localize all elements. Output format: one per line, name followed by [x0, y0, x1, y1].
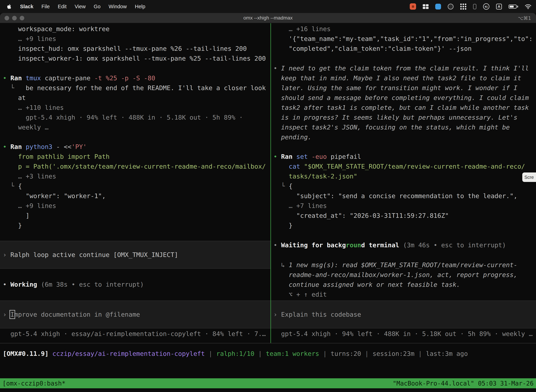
menu-bar-status-icons: 61 A	[410, 3, 536, 10]
hud-separator: |	[365, 350, 373, 357]
model-status-line: gpt-5.4 xhigh · 94% left · 488K in · 5.1…	[271, 329, 536, 339]
thinking-text: should send a message before completing …	[271, 93, 536, 103]
window-title-bar[interactable]: omx --xhigh --madmax ⌥⌘1	[0, 13, 536, 23]
command-line: • Ran set -euo pipefail	[271, 152, 536, 162]
ran-set-block: • Ran set -euo pipefail cat "$OMX_TEAM_S…	[271, 152, 536, 230]
desktop-screen: Slack File Edit View Go Window Help 61 A	[0, 0, 536, 392]
battery-icon[interactable]	[509, 5, 518, 9]
code-line: from pathlib import Path	[0, 152, 270, 162]
bullet-icon: •	[3, 281, 10, 288]
status-line: • Waiting for background terminal (3m 46…	[271, 240, 536, 250]
output-line: └ {	[0, 181, 270, 191]
more-lines-indicator: … +7 lines	[271, 201, 536, 211]
model-status-line: gpt-5.4 xhigh · essay/ai-reimplementatio…	[0, 329, 270, 339]
tmux-status-bar: [omx-cczip0:bash*"MacBook-Pro-44.local" …	[0, 378, 536, 388]
apple-menu-icon[interactable]	[6, 4, 12, 9]
banner-text: Ralph loop active continue [OMX_TMUX_INJ…	[10, 251, 178, 258]
menu-bar: Slack File Edit View Go Window Help 61 A	[0, 0, 536, 13]
input-source-icon[interactable]: A	[496, 4, 502, 9]
note-text: readme-and-reco/mailbox/worker-1.json, a…	[271, 270, 536, 280]
output-line: "worker": "worker-1",	[0, 191, 270, 201]
output-text: {	[18, 182, 22, 190]
status-line: • Working (6m 38s • esc to interrupt)	[0, 280, 270, 289]
close-button[interactable]	[5, 16, 9, 20]
thinking-text: pending.	[271, 132, 536, 142]
thinking-block: • I need to get the claim token from the…	[271, 63, 536, 142]
thinking-text: I need to get the claim token from the c…	[281, 65, 529, 72]
active-app-menu[interactable]: Slack	[20, 4, 34, 9]
ran-label: Ran	[281, 153, 296, 160]
command-line: cat "$OMX_TEAM_STATE_ROOT/team/review-cu…	[271, 162, 536, 171]
ran-label: Ran	[10, 75, 26, 82]
working-detail: (6m 38s • esc to interrupt)	[37, 281, 144, 288]
window-grid-icon[interactable]	[423, 4, 429, 9]
output-line: └ be necessary for the end of the README…	[0, 83, 270, 93]
menu-view[interactable]: View	[75, 4, 86, 9]
hud-separator: |	[209, 350, 216, 357]
ran-python-block: • Ran python3 - <<'PY' from pathlib impo…	[0, 142, 270, 230]
waiting-label: Waiting for backg	[281, 242, 346, 249]
menu-bar-left: Slack File Edit View Go Window Help	[0, 4, 145, 9]
bullet-icon: •	[273, 242, 281, 249]
blue-app-icon[interactable]	[435, 4, 441, 9]
edit-hint: ⌥ + ↑ edit	[271, 289, 536, 299]
string-arg: tasks/task-2.json"	[271, 171, 536, 181]
more-lines-indicator: … +110 lines	[0, 103, 270, 112]
menu-go[interactable]: Go	[94, 4, 100, 9]
terminal-window: omx --xhigh --madmax ⌥⌘1 workspace_mode:…	[0, 13, 536, 392]
tmux-pane-left[interactable]: workspace_mode: worktree … +9 lines insp…	[0, 23, 270, 343]
output-line: ]	[0, 211, 270, 221]
indent	[273, 163, 289, 170]
menu-window[interactable]: Window	[109, 4, 127, 9]
output-connector-icon: └	[3, 182, 18, 190]
text-cursor: I	[10, 311, 14, 318]
banner-line: › Ralph loop active continue [OMX_TMUX_I…	[0, 250, 178, 260]
command-output-block: … +16 lines '{"team_name":"my-team","tas…	[271, 24, 536, 54]
output-line: }	[271, 221, 536, 230]
window-title: omx --xhigh --madmax	[0, 15, 536, 21]
thinking-text: is in progress? It seems likely but perh…	[271, 112, 536, 122]
wifi-icon[interactable]	[525, 4, 531, 9]
command-line: • Ran python3 - <<'PY'	[0, 142, 270, 152]
hud-separator: |	[258, 350, 266, 357]
bullet-icon: •	[3, 143, 10, 150]
screenshot-notification[interactable]: Scre	[522, 173, 536, 182]
more-lines-indicator: … +16 lines	[271, 24, 536, 34]
hud-project-path: cczip/essay/ai-reimplementation-copyleft	[53, 350, 209, 357]
string-arg: "$OMX_TEAM_STATE_ROOT/team/review-curren…	[304, 163, 525, 170]
hud-turns: turns:20	[330, 350, 365, 357]
terminal-line: inspect_worker-1: omx sparkshell --tmux-…	[0, 54, 270, 63]
command-name: set	[296, 153, 312, 160]
heredoc-marker: 'PY'	[72, 143, 87, 150]
hud-separator: |	[418, 350, 426, 357]
waiting-detail: (3m 46s • esc to interrupt)	[399, 242, 506, 249]
output-text: be necessary for the end of the README. …	[26, 84, 266, 92]
minimize-button[interactable]	[12, 16, 17, 20]
command-name: python3	[26, 143, 56, 150]
prompt-input-right[interactable]: › Explain this codebase	[271, 300, 536, 328]
hud-ralph: ralph:1/10	[216, 350, 258, 357]
app-launcher-dots-icon[interactable]	[460, 4, 466, 10]
prompt-chevron-icon: ›	[3, 311, 10, 318]
traffic-lights	[5, 13, 24, 23]
bullet-icon: •	[3, 75, 10, 82]
tmux-pane-right[interactable]: … +16 lines '{"team_name":"my-team","tas…	[271, 23, 536, 343]
ran-label: Ran	[10, 143, 26, 150]
hud-session: session:23m	[373, 350, 418, 357]
battery-percent: 61	[485, 5, 488, 8]
menu-help[interactable]: Help	[135, 4, 145, 9]
dark-circle-icon[interactable]	[448, 4, 454, 9]
hud-team: team:1 workers	[266, 350, 323, 357]
display-pill-icon[interactable]	[473, 4, 476, 9]
menu-edit[interactable]: Edit	[58, 4, 67, 9]
tmux-session-name: [omx-cczip0:bash*	[2, 380, 65, 387]
command-args: - <<	[56, 143, 72, 150]
terminal-line: inspect_hud: omx sparkshell --tmux-pane …	[0, 44, 270, 54]
working-label: Working	[10, 281, 37, 288]
battery-ring-icon[interactable]: 61	[483, 3, 489, 10]
menu-file[interactable]: File	[42, 4, 50, 9]
screen-recording-indicator-icon[interactable]	[410, 3, 416, 10]
prompt-input-left[interactable]: › Improve documentation in @filename	[0, 300, 270, 328]
waiting-label: d terminal	[361, 242, 399, 249]
fullscreen-button[interactable]	[20, 16, 24, 20]
